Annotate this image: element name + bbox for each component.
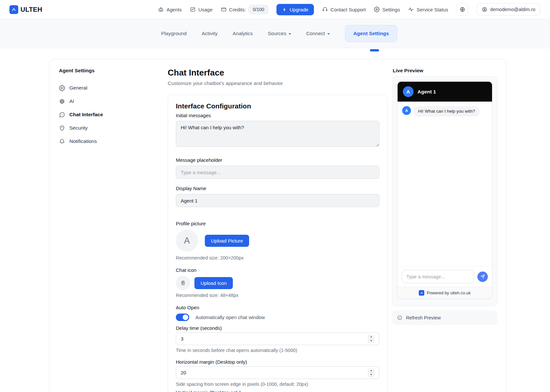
horizontal-margin-label: Horizontal margin (Desktop only) <box>176 359 379 365</box>
chat-icon-preview <box>176 276 190 290</box>
shield-icon <box>59 125 65 131</box>
stepper-down-button[interactable] <box>368 373 374 377</box>
credit-card-icon <box>221 7 227 12</box>
display-name-input[interactable] <box>176 194 379 207</box>
nav-usage-label: Usage <box>198 7 212 12</box>
upload-picture-button[interactable]: Upload Picture <box>205 235 249 247</box>
nav-contact-support-label: Contact Support <box>331 7 366 12</box>
sidebar-item-general[interactable]: General <box>59 81 168 94</box>
nav-settings[interactable]: Settings <box>374 7 400 12</box>
vertical-margin-label: Vertical margin (Desktop only) <box>176 390 379 392</box>
top-navbar: ULTEH Agents Usage Credits: 0/100 Upgrad… <box>0 0 550 19</box>
sidebar-item-label: General <box>69 85 87 91</box>
tab-activity[interactable]: Activity <box>202 31 218 36</box>
sidebar-item-label: Chat Interface <box>69 112 103 118</box>
upload-icon-button[interactable]: Upload Icon <box>194 277 233 289</box>
chat-widget-preview: A Agent 1 A Hi! What can I help you with… <box>397 81 492 299</box>
stepper-up-button[interactable] <box>368 335 374 339</box>
chat-message-input[interactable] <box>402 270 474 283</box>
tab-agent-settings[interactable]: Agent Settings <box>345 25 397 42</box>
powered-by-label: Powered by ulteh.co.uk <box>427 290 471 295</box>
info-icon <box>397 315 402 320</box>
stepper-up-button[interactable] <box>368 369 374 372</box>
chat-bubble-icon <box>59 112 65 118</box>
auto-open-label: Auto Open <box>176 305 379 310</box>
chat-widget-input-row <box>398 266 492 287</box>
agent-settings-card: Agent Settings General AI Chat Interface… <box>49 59 506 392</box>
user-icon <box>482 7 487 12</box>
delay-time-input[interactable] <box>176 332 379 345</box>
tab-sources[interactable]: Sources <box>268 31 291 36</box>
chat-icon-label: Chat icon <box>176 267 379 273</box>
brand-logo[interactable]: ULTEH <box>9 5 42 14</box>
tab-analytics[interactable]: Analytics <box>233 31 253 36</box>
agent-avatar: A <box>403 86 414 97</box>
tab-sources-label: Sources <box>268 31 286 36</box>
account-email: demodemo@aldim.ro <box>490 7 535 12</box>
sidebar-item-security[interactable]: Security <box>59 121 168 134</box>
account-menu[interactable]: demodemo@aldim.ro <box>477 3 540 16</box>
page-subtitle: Customize your chatbot's appearance and … <box>168 80 388 86</box>
nav-service-status-label: Service Status <box>416 7 448 12</box>
chart-icon <box>190 7 196 12</box>
globe-icon <box>459 7 465 12</box>
initial-messages-label: Initial messages <box>176 113 379 118</box>
nav-credits[interactable]: Credits: 0/100 <box>221 5 269 14</box>
powered-by-link[interactable]: Powered by ulteh.co.uk <box>398 287 492 299</box>
tab-playground[interactable]: Playground <box>161 31 187 36</box>
nav-agents-label: Agents <box>166 7 182 12</box>
chevron-down-icon <box>289 33 291 35</box>
delay-time-hint: Time in seconds before chat opens automa… <box>176 348 379 353</box>
paper-plane-icon <box>480 274 485 279</box>
gear-icon <box>374 7 380 12</box>
lightning-icon <box>282 7 287 12</box>
active-tab-indicator <box>370 49 379 51</box>
gear-icon <box>59 85 65 91</box>
horizontal-margin-stepper <box>368 369 374 377</box>
nav-settings-label: Settings <box>382 7 400 12</box>
message-placeholder-input[interactable] <box>176 166 379 179</box>
nav-usage[interactable]: Usage <box>190 7 212 12</box>
sidebar-item-notifications[interactable]: Notifications <box>59 135 168 148</box>
live-preview-column: Live Preview A Agent 1 A Hi! What can I … <box>392 68 498 392</box>
nav-service-status[interactable]: Service Status <box>408 7 448 12</box>
brand-logo-icon <box>9 5 18 14</box>
auto-open-toggle[interactable] <box>176 314 189 321</box>
send-button[interactable] <box>477 272 488 282</box>
chip-icon <box>59 98 65 105</box>
nav-contact-support[interactable]: Contact Support <box>322 7 366 12</box>
sidebar-item-label: Security <box>69 125 88 131</box>
language-button[interactable] <box>456 3 469 16</box>
page-title: Chat Interface <box>168 68 388 77</box>
settings-sidebar: Agent Settings General AI Chat Interface… <box>59 68 168 392</box>
chevron-down-icon <box>327 33 330 35</box>
brand-name: ULTEH <box>21 6 42 13</box>
sidebar-item-ai[interactable]: AI <box>59 95 168 108</box>
profile-picture-avatar: A <box>176 230 198 252</box>
auto-open-description: Automatically open chat window <box>195 315 265 320</box>
headset-icon <box>322 7 328 12</box>
pulse-icon <box>408 7 414 12</box>
delay-time-stepper <box>368 335 374 343</box>
message-avatar: A <box>402 106 411 115</box>
nav-agents[interactable]: Agents <box>158 7 182 12</box>
live-preview-title: Live Preview <box>393 68 498 74</box>
credits-badge: 0/100 <box>248 5 268 14</box>
sidebar-item-chat-interface[interactable]: Chat Interface <box>59 108 168 121</box>
agent-tabs-bar: Playground Activity Analytics Sources Co… <box>0 19 550 48</box>
live-preview-panel: A Agent 1 A Hi! What can I help you with… <box>392 76 498 306</box>
sidebar-item-label: AI <box>69 98 74 104</box>
upgrade-button-label: Upgrade <box>289 7 308 12</box>
horizontal-margin-input[interactable] <box>176 366 379 379</box>
agent-name: Agent 1 <box>417 89 436 95</box>
tab-connect[interactable]: Connect <box>306 31 330 36</box>
refresh-preview-button[interactable]: Refresh Preview <box>392 310 498 325</box>
horizontal-margin-hint: Side spacing from screen edge in pixels … <box>176 382 379 387</box>
stepper-down-button[interactable] <box>368 339 374 343</box>
ulteh-logo-icon <box>419 290 424 296</box>
chat-widget-messages: A Hi! What can I help you with? <box>398 102 492 266</box>
upgrade-button[interactable]: Upgrade <box>276 4 314 15</box>
display-name-label: Display Name <box>176 186 379 191</box>
initial-messages-textarea[interactable]: Hi! What can I help you with? <box>176 121 379 147</box>
top-navbar-menu: Agents Usage Credits: 0/100 Upgrade Cont… <box>158 3 540 16</box>
